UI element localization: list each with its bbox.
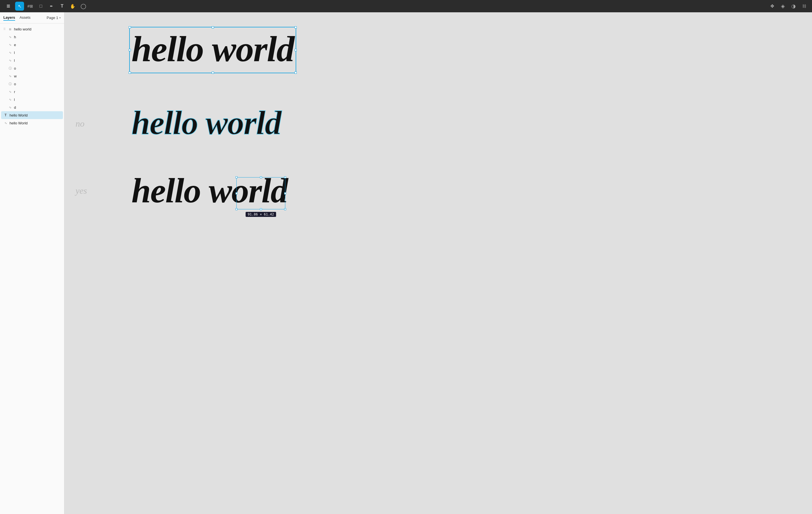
layer-label: o [14, 66, 16, 70]
selection-handle-bm[interactable] [212, 71, 214, 74]
selection-handle-ml[interactable] [129, 49, 131, 51]
selection-handle-tr[interactable] [294, 26, 297, 29]
component-button[interactable]: ❖ [768, 2, 777, 11]
group-icon: ⊞ [8, 27, 12, 31]
selection-handle-bl[interactable] [129, 71, 131, 74]
layer-label: l [14, 97, 15, 102]
middle-section: hello world no [132, 104, 806, 142]
bottom-section: hello world 91.86 × 61.42 [132, 172, 806, 210]
small-selection-box: 91.86 × 61.42 [236, 177, 285, 209]
dimension-label: 91.86 × 61.42 [245, 212, 277, 217]
path-wave-icon: ∿ [8, 74, 12, 78]
text-tool-button[interactable]: T [58, 2, 66, 11]
page-selector[interactable]: Page 1 ▾ [47, 16, 61, 20]
layer-item-r[interactable]: ∿ r [1, 88, 63, 96]
layer-item-w[interactable]: ∿ w [1, 72, 63, 80]
comment-icon: ◯ [81, 3, 86, 9]
layer-label: hello World [9, 113, 28, 117]
layer-item-h[interactable]: ∿ h [1, 33, 63, 41]
path-wave-icon: ∿ [8, 97, 12, 102]
link-icon: ⛓ [802, 4, 806, 8]
layer-item-hello-world-path[interactable]: ∿ hello World [1, 119, 63, 127]
left-panel: Layers Assets Page 1 ▾ ⠿ ⊞ hello world ∿… [0, 12, 64, 514]
mask-button[interactable]: ◈ [778, 2, 787, 11]
yes-annotation: yes [76, 186, 87, 196]
path-wave-icon: ∿ [8, 35, 12, 39]
path-wave-icon: ∿ [8, 42, 12, 47]
page-label: Page 1 [47, 16, 58, 20]
layer-item-o1[interactable]: ⓘ o [1, 64, 63, 72]
top-canvas-text[interactable]: hello world [132, 29, 294, 69]
circle-info-icon: ⓘ [8, 82, 12, 86]
top-section: hello world [132, 29, 806, 69]
small-handle-tl[interactable] [235, 176, 237, 178]
path-wave-icon: ∿ [8, 89, 12, 94]
selection-handle-mr[interactable] [294, 49, 297, 51]
no-annotation: no [76, 119, 85, 129]
path-wave-icon: ∿ [8, 58, 12, 63]
layer-item-hello-world-text[interactable]: T hello World [1, 111, 63, 119]
selection-handle-br[interactable] [294, 71, 297, 74]
layer-item-group-hello-world[interactable]: ⠿ ⊞ hello world [1, 25, 63, 33]
small-handle-bm[interactable] [260, 208, 262, 210]
layer-item-l1[interactable]: ∿ l [1, 49, 63, 57]
layer-label: r [14, 90, 15, 94]
layer-label: l [14, 58, 15, 63]
canvas[interactable]: hello world [64, 12, 812, 514]
frame-tool-button[interactable]: #⊞ [26, 2, 35, 11]
selection-handle-tm[interactable] [212, 26, 214, 29]
select-tool-button[interactable]: ↖ [15, 2, 24, 11]
contrast-icon: ◑ [791, 3, 796, 9]
layer-label: w [14, 74, 17, 78]
small-handle-ml[interactable] [235, 192, 237, 194]
tab-layers[interactable]: Layers [3, 15, 15, 21]
pen-tool-button[interactable]: ✒ [47, 2, 56, 11]
layer-label: hello World [9, 121, 28, 125]
design-area: hello world [64, 12, 812, 514]
layer-item-e[interactable]: ∿ e [1, 41, 63, 49]
small-handle-br[interactable] [284, 208, 286, 210]
layer-label: l [14, 51, 15, 55]
shape-tool-button[interactable]: □ [36, 2, 45, 11]
tab-assets[interactable]: Assets [20, 15, 30, 21]
hand-icon: ✋ [70, 4, 76, 9]
small-handle-tr[interactable] [284, 176, 286, 178]
select-icon: ↖ [18, 4, 22, 9]
frame-icon: #⊞ [27, 4, 33, 8]
path-wave-icon: ∿ [8, 50, 12, 55]
layer-label: e [14, 43, 16, 47]
pen-icon: ✒ [50, 4, 53, 8]
layer-item-o2[interactable]: ⓘ o [1, 80, 63, 88]
drag-handle-icon: ⠿ [3, 27, 6, 31]
layer-item-l2[interactable]: ∿ l [1, 57, 63, 64]
small-handle-tm[interactable] [260, 176, 262, 178]
comment-tool-button[interactable]: ◯ [79, 2, 88, 11]
path-wave-icon: ∿ [3, 121, 8, 125]
path-wave-icon: ∿ [8, 105, 12, 110]
small-handle-bl[interactable] [235, 208, 237, 210]
shape-icon: □ [39, 4, 42, 9]
text-type-icon: T [3, 113, 8, 117]
contrast-button[interactable]: ◑ [789, 2, 798, 11]
toolbar: ≡ ↖ #⊞ □ ✒ T ✋ ◯ ❖ ◈ ◑ ⛓ [0, 0, 812, 12]
hand-tool-button[interactable]: ✋ [68, 2, 77, 11]
layer-item-d[interactable]: ∿ d [1, 103, 63, 111]
menu-icon: ≡ [7, 2, 10, 10]
main-area: Layers Assets Page 1 ▾ ⠿ ⊞ hello world ∿… [0, 12, 812, 514]
layer-label: hello world [14, 27, 31, 31]
layers-list: ⠿ ⊞ hello world ∿ h ∿ e ∿ l ∿ l ⓘ [0, 24, 64, 514]
mask-icon: ◈ [781, 3, 785, 9]
link-button[interactable]: ⛓ [800, 2, 809, 11]
menu-button[interactable]: ≡ [3, 1, 13, 11]
selection-handle-tl[interactable] [129, 26, 131, 29]
circle-info-icon: ⓘ [8, 66, 12, 70]
middle-canvas-text[interactable]: hello world [132, 104, 281, 142]
small-handle-mr[interactable] [284, 192, 286, 194]
toolbar-right: ❖ ◈ ◑ ⛓ [768, 2, 809, 11]
component-icon: ❖ [770, 3, 775, 9]
page-chevron: ▾ [59, 16, 61, 19]
layer-item-l3[interactable]: ∿ l [1, 96, 63, 103]
layer-label: o [14, 82, 16, 86]
panel-tabs: Layers Assets Page 1 ▾ [0, 12, 64, 24]
text-icon: T [61, 4, 63, 9]
